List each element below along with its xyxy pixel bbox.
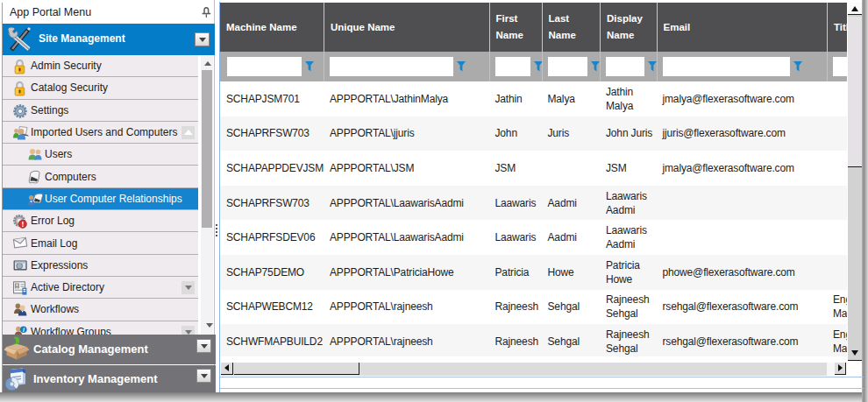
svg-text:i: i bbox=[23, 326, 25, 332]
